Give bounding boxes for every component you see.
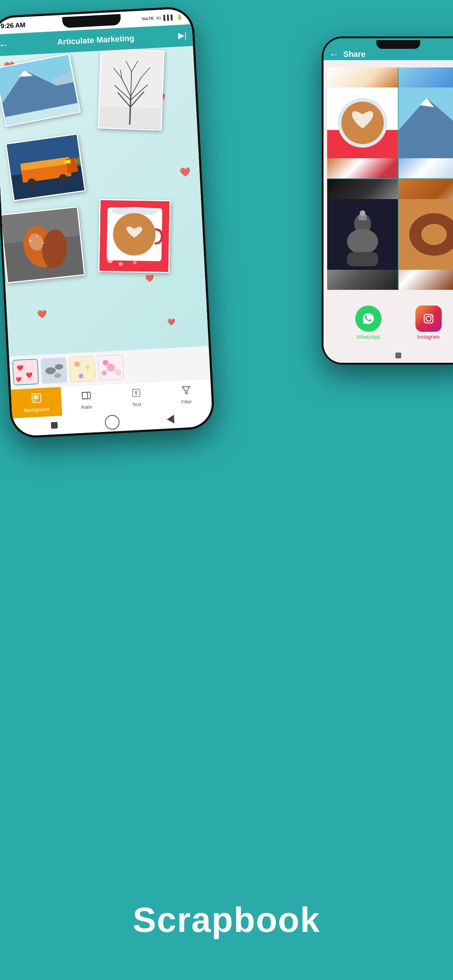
svg-marker-70 [182, 387, 190, 394]
svg-rect-81 [347, 252, 378, 267]
svg-rect-64 [33, 395, 39, 399]
status-time: 9:26 AM [0, 21, 26, 30]
background-icon [31, 393, 42, 406]
back-button[interactable]: ← [0, 39, 9, 51]
right-home-indicator[interactable] [396, 353, 401, 358]
right-app-title: Share [343, 49, 365, 59]
play-next-icon[interactable]: ▶| [178, 30, 187, 40]
svg-point-86 [421, 224, 447, 245]
bg-thumb-hearts[interactable]: ❤️ ❤️ ❤️ [12, 359, 39, 386]
text-label: Text [132, 401, 141, 407]
network-icon: 4G [156, 16, 161, 21]
svg-point-80 [347, 229, 378, 254]
ratio-label: Ratio [81, 404, 92, 410]
whatsapp-share-item[interactable]: WhatsApp [355, 305, 381, 340]
svg-rect-66 [82, 392, 91, 399]
instagram-label: Instagram [417, 334, 440, 340]
text-tool[interactable]: T Text [110, 382, 162, 413]
right-collage [327, 67, 453, 290]
filter-tool[interactable]: Filter [161, 379, 212, 410]
svg-rect-65 [33, 400, 35, 401]
whatsapp-icon[interactable] [355, 305, 381, 332]
volte-icon: VoLTE [142, 16, 154, 21]
heart-9: ❤️ [167, 318, 175, 326]
filter-icon [180, 385, 191, 398]
svg-point-83 [360, 210, 365, 216]
collage-container: ❤️ ❤️ ❤️ ❤️ ❤️ ❤️ ❤️ ❤️ ❤️ ❤️ ❤️ [0, 46, 209, 356]
brand-title: Scrapbook [0, 900, 453, 940]
svg-point-89 [431, 315, 432, 317]
left-phone: 9:26 AM VoLTE 4G ▌▌▌ 🔋 ← Articulate Mark… [0, 6, 215, 439]
svg-text:T: T [134, 390, 138, 396]
home-circle-btn[interactable] [105, 415, 120, 430]
right-home-bar [324, 348, 453, 363]
right-canvas [324, 60, 453, 297]
photo-tree [98, 48, 164, 130]
bg-thumb-fish[interactable] [40, 357, 67, 384]
svg-text:❤️: ❤️ [16, 376, 22, 383]
background-tool[interactable]: Background [11, 387, 62, 418]
right-photo-mountain [399, 67, 453, 178]
text-icon: T [131, 388, 142, 400]
ratio-tool[interactable]: Ratio [61, 384, 112, 415]
right-photo-coffee [327, 67, 398, 178]
battery-icon: 🔋 [176, 14, 183, 20]
photo-train [5, 133, 86, 201]
heart-8: ❤️ [37, 310, 47, 320]
ratio-icon [81, 390, 92, 403]
right-photo-shiva [327, 179, 398, 290]
notch-right [376, 40, 420, 49]
whatsapp-label: WhatsApp [356, 334, 380, 340]
bg-thumb-colorful[interactable] [69, 356, 96, 383]
filter-label: Filter [181, 399, 192, 405]
svg-rect-67 [82, 392, 88, 399]
right-photo-donut [399, 179, 453, 290]
home-back-btn[interactable] [167, 415, 174, 424]
svg-text:❤️: ❤️ [17, 364, 24, 372]
status-icons: VoLTE 4G ▌▌▌ 🔋 [142, 14, 183, 22]
bg-thumb-floral[interactable] [97, 355, 124, 381]
photo-leaf [0, 206, 85, 283]
right-back-button[interactable]: ← [329, 49, 339, 60]
svg-text:❤️: ❤️ [26, 372, 33, 379]
right-phone: ← Share [322, 37, 453, 364]
photo-coffee [98, 199, 170, 273]
svg-point-88 [426, 316, 431, 321]
instagram-icon[interactable] [415, 305, 442, 332]
background-label: Background [24, 406, 49, 413]
signal-icon: ▌▌▌ [163, 14, 175, 21]
heart-7: ❤️ [145, 274, 154, 283]
canvas-area: ❤️ ❤️ ❤️ ❤️ ❤️ ❤️ ❤️ ❤️ ❤️ ❤️ ❤️ [0, 46, 209, 356]
home-square-btn[interactable] [51, 422, 57, 429]
heart-10: ❤️ [179, 167, 191, 178]
instagram-share-item[interactable]: Instagram [415, 305, 442, 340]
share-icons-area: WhatsApp Instagram [324, 297, 453, 348]
app-title: Articulate Marketing [13, 31, 179, 49]
